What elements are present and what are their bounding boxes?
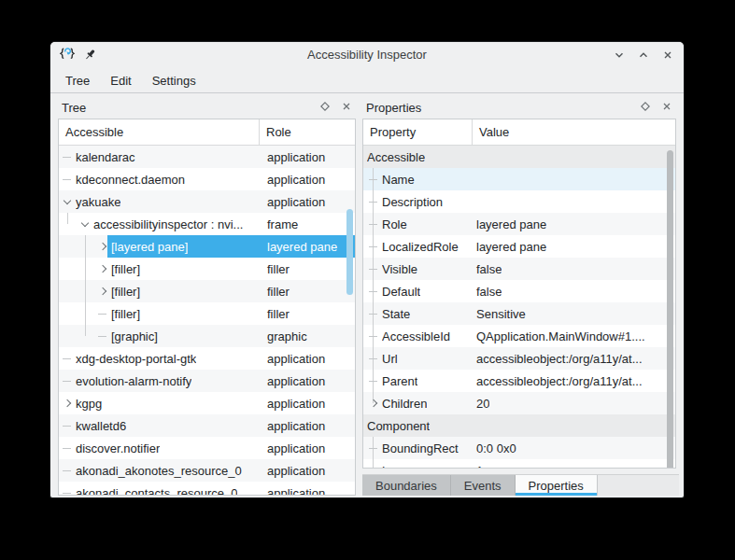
- tree-row[interactable]: kalendarac application: [59, 146, 355, 168]
- tree-indent: [61, 314, 98, 315]
- titlebar[interactable]: Accessibility Inspector: [50, 42, 684, 68]
- tree-row[interactable]: discover.notifier application: [59, 437, 355, 459]
- maximize-button[interactable]: [637, 49, 650, 62]
- tree-branch-dash: [63, 448, 71, 449]
- property-row[interactable]: Layer 1: [363, 459, 675, 468]
- tree-row[interactable]: [filler] filler: [59, 258, 355, 280]
- tree-branch-dash: [63, 358, 71, 359]
- property-row[interactable]: Parent accessibleobject:/org/a11y/at...: [363, 370, 675, 392]
- tree-row[interactable]: kgpg application: [59, 392, 355, 414]
- property-row[interactable]: Children 20: [363, 392, 675, 414]
- dock-tab[interactable]: Events: [451, 475, 516, 496]
- tree-row[interactable]: [filler] filler: [59, 280, 355, 302]
- property-row[interactable]: BoundingRect 0:0 0x0: [363, 437, 675, 459]
- tree-row[interactable]: accessibilityinspector : nvi... frame: [59, 213, 355, 235]
- column-header-accessible[interactable]: Accessible: [59, 119, 260, 145]
- tree-branch-dash: [369, 202, 377, 203]
- tree-row[interactable]: akonadi_akonotes_resource_0 application: [59, 459, 355, 482]
- tree-row[interactable]: [layered pane] layered pane: [59, 235, 355, 258]
- expander-open-icon[interactable]: [64, 197, 71, 204]
- expander-closed-icon[interactable]: [99, 243, 106, 250]
- column-header-role[interactable]: Role: [260, 119, 291, 145]
- tree-row[interactable]: akonadi_contacts_resource_0 application: [59, 482, 355, 495]
- tree-branch-dash: [369, 358, 377, 359]
- tree-row[interactable]: evolution-alarm-notify application: [59, 370, 355, 392]
- tree-branch-dash: [63, 157, 71, 158]
- tree-row-role: filler: [260, 262, 290, 276]
- property-name: Name: [382, 173, 415, 187]
- properties-viewport: Accessible Name Description Role layered…: [363, 146, 675, 468]
- tree-row[interactable]: xdg-desktop-portal-gtk application: [59, 347, 355, 370]
- property-row[interactable]: Default false: [363, 280, 675, 302]
- tree-row-role: application: [260, 374, 325, 388]
- tree-branch-dash: [369, 269, 377, 270]
- tree-scrollbar-thumb[interactable]: [346, 209, 353, 295]
- tree-row-label: [filler]: [111, 262, 140, 276]
- properties-scrollbar-thumb[interactable]: [667, 150, 673, 469]
- property-value: 20: [473, 397, 489, 411]
- properties-dock-titlebar[interactable]: Properties: [362, 96, 676, 119]
- property-row[interactable]: Description: [363, 190, 675, 213]
- property-row[interactable]: Role layered pane: [363, 213, 675, 235]
- tree-row[interactable]: [graphic] graphic: [59, 325, 355, 347]
- tree-branch-dash: [369, 224, 377, 225]
- property-name: Parent: [382, 374, 417, 388]
- tree-row-label: akonadi_contacts_resource_0: [76, 486, 237, 496]
- dock-close-button[interactable]: [340, 100, 353, 116]
- tree-row[interactable]: kdeconnect.daemon application: [59, 168, 355, 190]
- property-row[interactable]: Url accessibleobject:/org/a11y/at...: [363, 347, 675, 370]
- tree-row-role: filler: [260, 285, 290, 299]
- tree-branch-dash: [63, 381, 71, 382]
- property-name: Visible: [382, 262, 417, 276]
- dock-tab[interactable]: Properties: [516, 475, 598, 496]
- property-name: State: [382, 307, 410, 321]
- close-button[interactable]: [661, 49, 674, 62]
- tree-row-role: application: [260, 441, 325, 455]
- tree-branch-dash: [369, 291, 377, 292]
- expander-open-icon[interactable]: [81, 219, 89, 227]
- dock-close-button[interactable]: [660, 100, 673, 116]
- property-row[interactable]: Name: [363, 168, 675, 190]
- expander-closed-icon[interactable]: [64, 399, 71, 407]
- tree-row[interactable]: yakuake application: [59, 190, 355, 213]
- properties-dock-title: Properties: [366, 101, 421, 115]
- tree-row-role: application: [260, 486, 325, 496]
- expander-closed-icon[interactable]: [99, 265, 106, 273]
- property-value: Sensitive: [473, 307, 526, 321]
- column-header-property[interactable]: Property: [363, 119, 473, 145]
- tree-indent: [61, 224, 80, 225]
- tree-row-role: filler: [260, 307, 290, 321]
- property-row[interactable]: Visible false: [363, 258, 675, 280]
- dock-tab[interactable]: Boundaries: [362, 475, 451, 496]
- properties-table: Property Value Accessible Name Descripti…: [362, 119, 676, 469]
- tree-branch-dash: [369, 314, 377, 315]
- tree-row-label: kgpg: [76, 397, 102, 411]
- property-group-row[interactable]: Component: [363, 414, 675, 437]
- menu-item[interactable]: Edit: [101, 71, 140, 91]
- property-row[interactable]: State Sensitive: [363, 302, 675, 325]
- expander-closed-icon[interactable]: [99, 287, 106, 295]
- tree-row-label: evolution-alarm-notify: [76, 374, 191, 388]
- tree-scrollbar[interactable]: [346, 146, 354, 495]
- tree-row-label: akonadi_akonotes_resource_0: [76, 464, 242, 478]
- menu-item[interactable]: Tree: [56, 71, 99, 91]
- menu-item[interactable]: Settings: [143, 71, 205, 91]
- expander-closed-icon[interactable]: [370, 399, 377, 407]
- tree-row-role: application: [260, 173, 325, 187]
- column-header-value[interactable]: Value: [473, 119, 509, 145]
- tree-row[interactable]: [filler] filler: [59, 302, 355, 325]
- properties-scrollbar[interactable]: [667, 146, 674, 468]
- property-row[interactable]: LocalizedRole layered pane: [363, 235, 675, 258]
- tree-dock: Tree Accessible Role kalendarac applicat…: [58, 96, 356, 496]
- dock-float-button[interactable]: [318, 100, 332, 116]
- tree-row-label: accessibilityinspector : nvi...: [93, 217, 243, 231]
- property-group-row[interactable]: Accessible: [363, 146, 675, 168]
- property-name: Url: [382, 352, 398, 366]
- dock-float-button[interactable]: [639, 100, 652, 116]
- minimize-button[interactable]: [613, 49, 626, 62]
- tree-row-role: application: [260, 150, 325, 164]
- property-row[interactable]: AccessibleId QApplication.MainWindow#1..…: [363, 325, 675, 347]
- property-value: false: [473, 262, 502, 276]
- tree-dock-titlebar[interactable]: Tree: [58, 96, 356, 119]
- tree-row[interactable]: kwalletd6 application: [59, 414, 355, 437]
